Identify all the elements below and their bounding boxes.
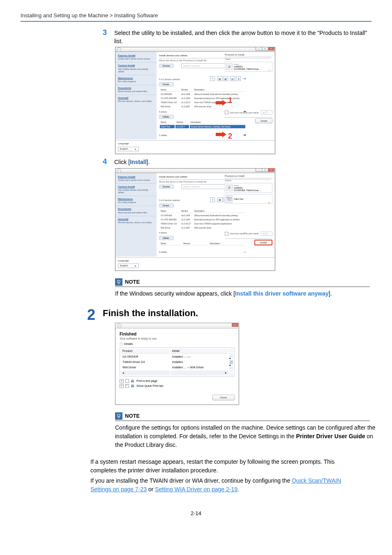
maximize-icon[interactable]: □ xyxy=(262,168,268,172)
step-3-text: Select the utility to be installed, and … xyxy=(114,28,371,45)
drivers-group[interactable]: ˄Drivers xyxy=(159,204,174,208)
utilities-group[interactable]: ˄Utilities xyxy=(159,236,174,240)
install-anyway-link: Install this driver software anyway xyxy=(235,290,329,297)
products-to-install: Products to Install 1 item 🖶 ━━━━(USB001… xyxy=(225,53,272,72)
callout-2: 2 xyxy=(228,132,232,141)
sidebar-item-express[interactable]: Express Install Quickly add a device and… xyxy=(115,53,157,62)
note-body: Configure the settings for options insta… xyxy=(115,423,378,449)
maximize-icon[interactable]: □ xyxy=(262,47,268,51)
view-grid-icon[interactable]: ▦ xyxy=(217,76,222,81)
wia-driver-link[interactable]: Setting WIA Driver on page 2-19 xyxy=(155,486,238,493)
checkbox[interactable]: ✓ xyxy=(125,384,129,388)
product-row[interactable]: ClientTool Client Tool ✎ xyxy=(225,194,272,204)
use-hostname-checkbox[interactable] xyxy=(225,111,228,114)
step-number-3: 3 xyxy=(103,28,110,37)
sidebar-item-express[interactable]: Express InstallQuickly add a device and … xyxy=(115,174,157,183)
dialog-title: Finished xyxy=(120,332,235,336)
remove-icon[interactable]: ← xyxy=(267,110,272,115)
sidebar-item-custom[interactable]: Custom Install Add multiple devices and … xyxy=(115,62,157,74)
install-wizard-1: ← – □ × Express Install Quickly add a de… xyxy=(115,47,275,154)
move-right-device-icon[interactable]: ➔ xyxy=(243,77,246,81)
show-quickprint-row[interactable]: + ✓ 🖶 Show Quick Print tab xyxy=(120,384,235,388)
back-icon[interactable]: ← xyxy=(117,47,121,52)
devices-group[interactable]: ˄Devices xyxy=(159,185,174,189)
client-tool-icon: ClientTool xyxy=(226,195,233,203)
back-icon[interactable]: ← xyxy=(117,324,122,328)
header-rule xyxy=(21,21,371,22)
table-row: WIA DriverInstalled ... ━━ WIA Driver xyxy=(121,365,233,370)
callout-arrow-1 xyxy=(216,100,226,106)
wizard-main-area: Install devices and utilities Move the i… xyxy=(157,52,275,139)
table-row[interactable]: GX DRIVERv6.0.1404(Recommended) Extended… xyxy=(160,214,245,217)
use-hostname-checkbox[interactable] xyxy=(225,232,228,236)
move-right-utility-icon[interactable]: ➔ xyxy=(243,133,246,137)
sidebar-item-documents[interactable]: DocumentsRead manuals and readme files xyxy=(115,206,157,215)
view-grid2-icon[interactable]: ▦ xyxy=(223,76,228,81)
remove-icon[interactable]: ← xyxy=(267,231,272,236)
section-2: 2 Finish the installation. ← × Finished … xyxy=(103,308,371,494)
view-list-icon[interactable]: ≡ xyxy=(210,197,215,202)
callout-1: 1 xyxy=(228,96,232,105)
printer-icon: 🖶 xyxy=(131,379,135,383)
sidebar-item-uninstall[interactable]: Uninstall Remove devices, drivers, and u… xyxy=(115,95,157,104)
search-input[interactable]: Search devices xyxy=(181,63,232,68)
devices-group[interactable]: ˄Devices xyxy=(159,64,174,68)
sidebar-item-uninstall[interactable]: UninstallRemove devices, drivers, and ut… xyxy=(115,216,157,226)
table-row[interactable]: GX XPS DRIVERv1.0.1304Extended printing … xyxy=(160,218,245,221)
close-icon[interactable]: × xyxy=(268,168,274,172)
table-row: ◂▸ xyxy=(121,370,233,375)
svg-rect-2 xyxy=(118,280,120,282)
checkbox[interactable] xyxy=(125,379,129,383)
view-list-icon[interactable]: ≡ xyxy=(210,76,215,81)
product-row[interactable]: 🖶 ━━━━(USB001)GX DRIVER, TWAIN Driver ..… xyxy=(225,62,272,72)
products-to-install: Products to Install 2 items 🖶 ━━━━(USB00… xyxy=(225,175,272,204)
svg-marker-1 xyxy=(216,132,226,137)
pencil-icon[interactable]: ✎ xyxy=(268,69,270,72)
view-tile-icon[interactable]: ▤ xyxy=(230,76,235,81)
sidebar-item-documents[interactable]: Documents Read manuals and readme files xyxy=(115,85,157,95)
print-test-page-row[interactable]: + 🖶 Print a test page xyxy=(120,379,235,383)
settings-icon[interactable]: ⚙ xyxy=(236,76,241,81)
move-right-utility-icon[interactable]: ➔ xyxy=(243,250,246,254)
step-4: 4 Click [Install]. xyxy=(103,157,371,166)
finish-button[interactable]: Finish xyxy=(212,395,235,400)
printer-icon: 🖶 xyxy=(131,384,135,388)
sidebar-item-maintenance[interactable]: MaintenanceRun utility programs xyxy=(115,196,157,206)
table-row[interactable]: GX XPS DRIVERv1.0.1304Extended printing … xyxy=(160,97,245,100)
sort-asc-icon[interactable]: ↑≡ xyxy=(261,110,266,115)
sidebar-item-custom[interactable]: Custom InstallAdd multiple devices and p… xyxy=(115,183,157,196)
language-select[interactable]: English▾ xyxy=(118,264,139,268)
minimize-icon[interactable]: – xyxy=(256,168,262,172)
svg-marker-0 xyxy=(216,100,226,106)
window-titlebar: ← – □ × xyxy=(115,169,275,173)
utilities-group[interactable]: ˄Utilities xyxy=(159,115,174,119)
table-row[interactable]: Client Toolv1.0.20.7Access device featur… xyxy=(160,125,245,128)
step-4-text: Click [Install]. xyxy=(114,157,150,166)
note-icon xyxy=(115,278,122,286)
table-row[interactable]: GX DRIVERv6.0.1404(Recommended) Extended… xyxy=(160,92,245,96)
table-row[interactable]: TWAIN Driver GXv1.5.18.27Scan from TWAIN… xyxy=(160,101,245,104)
view-grid-icon[interactable]: ▦ xyxy=(217,197,222,202)
printer-icon: 🖶 xyxy=(226,63,233,70)
install-button[interactable]: Install xyxy=(255,118,272,123)
pencil-icon[interactable]: ✎ xyxy=(268,201,270,204)
search-input[interactable]: Search devices xyxy=(181,184,232,189)
table-row: GX DRIVERInstalled ... ━━━ xyxy=(121,354,233,359)
close-icon[interactable]: × xyxy=(268,47,274,51)
sidebar-item-maintenance[interactable]: Maintenance Run utility programs xyxy=(115,75,157,85)
note-box: NOTE If the Windows security window appe… xyxy=(115,278,371,298)
drivers-group[interactable]: ˄Drivers xyxy=(159,82,174,86)
expand-icon[interactable]: + xyxy=(120,384,124,388)
expand-icon[interactable]: + xyxy=(120,379,124,383)
language-select[interactable]: English▾ xyxy=(118,147,139,151)
back-icon[interactable]: ← xyxy=(117,169,121,173)
language-label: Language xyxy=(118,142,129,145)
details-group[interactable]: ˄Details xyxy=(120,342,235,346)
product-row[interactable]: 🖶 ━━━━(USB001)GX DRIVER, TWAIN Driver ..… xyxy=(225,183,272,193)
install-button[interactable]: Install xyxy=(254,240,272,245)
table-row[interactable]: TWAIN Driver GXv1.5.18.27Scan from TWAIN… xyxy=(160,222,245,225)
sort-asc-icon[interactable]: ↑≡ xyxy=(261,231,266,236)
minimize-icon[interactable]: – xyxy=(256,47,262,51)
close-icon[interactable]: × xyxy=(232,323,238,327)
section-title: Finish the installation. xyxy=(103,308,371,319)
